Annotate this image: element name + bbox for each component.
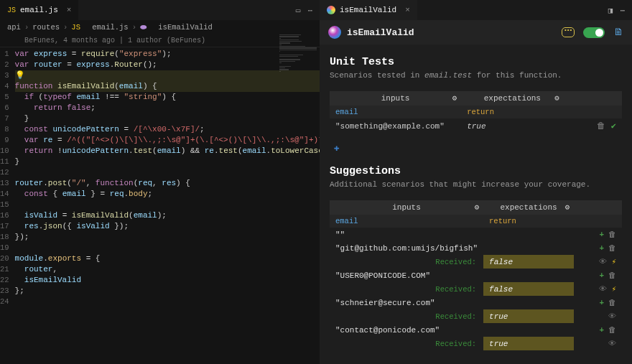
tab-label: email.js [20, 6, 58, 14]
cell-return[interactable] [483, 296, 574, 309]
ponicode-icon [327, 6, 335, 14]
add-icon[interactable]: + [599, 299, 604, 307]
watch-toggle[interactable] [583, 27, 605, 38]
more-icon[interactable]: ⋯ [620, 6, 625, 15]
code-editor[interactable]: 123456789101112131415161718192021222324 … [0, 47, 320, 364]
breadcrumb-item[interactable]: email.js [92, 23, 128, 32]
minimap[interactable] [279, 34, 317, 121]
split-icon[interactable]: ◨ [608, 6, 613, 15]
panel-header: isEmailValid 🗎 [320, 20, 632, 45]
gear-icon[interactable]: ⚙ [564, 202, 570, 212]
cell-return[interactable]: true [461, 118, 563, 134]
received-label: Received: [330, 282, 483, 296]
table-row[interactable]: "git@github.com:umijs/bigfish" + 🗑 [330, 241, 622, 255]
table-row[interactable]: "schneier@secure.com" + 🗑 [330, 296, 622, 309]
delete-icon[interactable]: 🗑 [608, 298, 616, 307]
tab-email-js[interactable]: JS email.js × [0, 0, 78, 20]
table-row[interactable]: "contact@ponicode.com" + 🗑 [330, 323, 622, 337]
delete-icon[interactable]: 🗑 [608, 243, 616, 253]
feedback-icon[interactable] [562, 27, 575, 37]
col-inputs: inputs [392, 203, 421, 212]
col-inputs: inputs [381, 94, 410, 103]
minimap-toggle-icon[interactable]: ▭ [296, 6, 301, 15]
received-label: Received: [330, 309, 483, 323]
cell-input[interactable]: "schneier@secure.com" [330, 296, 483, 309]
subcol-return: return [483, 215, 574, 228]
gear-icon[interactable]: ⚙ [452, 93, 457, 103]
add-icon[interactable]: + [599, 271, 604, 280]
cell-input[interactable]: "git@github.com:umijs/bigfish" [330, 241, 483, 255]
cell-input[interactable]: "USER0@PONICODE.COM" [330, 269, 483, 282]
col-expect: expectations [484, 94, 541, 103]
close-icon[interactable]: × [405, 6, 410, 14]
breadcrumb-item[interactable]: isEmailValid [158, 23, 213, 32]
subcol-email: email [330, 215, 483, 228]
received-value: false [483, 282, 574, 296]
breadcrumb-item[interactable]: routes [32, 23, 60, 32]
js-icon: JS [7, 6, 16, 14]
delete-icon[interactable]: 🗑 [608, 271, 616, 280]
bolt-icon[interactable]: ⚡ [611, 284, 616, 294]
unit-tests-heading: Unit Tests [330, 56, 622, 68]
more-icon[interactable]: ⋯ [307, 6, 312, 15]
add-icon[interactable]: + [599, 244, 604, 253]
check-icon[interactable]: ✔ [611, 121, 616, 131]
cell-return[interactable] [483, 323, 574, 337]
table-row[interactable]: "something@example.com" true 🗑 ✔ [330, 118, 622, 134]
unicorn-icon [328, 26, 341, 39]
col-expect: expectations [500, 203, 557, 212]
cell-return[interactable] [483, 228, 574, 241]
bolt-icon[interactable]: ⚡ [611, 257, 616, 266]
unit-tests-table: inputs⚙ expectations⚙ email return "some… [330, 91, 622, 134]
add-icon[interactable]: + [599, 326, 604, 335]
tab-is-email-valid[interactable]: isEmailValid × [320, 0, 417, 20]
table-row[interactable]: "USER0@PONICODE.COM" + 🗑 [330, 269, 622, 282]
delete-icon[interactable]: 🗑 [608, 325, 616, 335]
cell-input[interactable]: "contact@ponicode.com" [330, 323, 483, 337]
received-label: Received: [330, 255, 483, 269]
git-blame: BeFunes, 4 months ago | 1 author (BeFune… [0, 34, 320, 47]
hide-icon[interactable]: 👁 [599, 257, 607, 266]
breadcrumb-item[interactable]: api [7, 23, 21, 32]
subcol-email: email [330, 106, 461, 118]
received-label: Received: [330, 337, 483, 350]
table-row[interactable]: "" + 🗑 [330, 228, 622, 241]
delete-icon[interactable]: 🗑 [597, 121, 605, 131]
gear-icon[interactable]: ⚙ [474, 202, 479, 212]
panel-tab-label: isEmailValid [340, 6, 396, 14]
add-row-button[interactable]: ✚ [330, 141, 622, 155]
delete-icon[interactable]: 🗑 [608, 230, 616, 239]
suggestions-heading: Suggestions [330, 165, 622, 177]
cell-input[interactable]: "something@example.com" [330, 118, 461, 134]
subcol-return: return [461, 106, 563, 118]
close-icon[interactable]: × [67, 6, 72, 14]
panel-tabbar: isEmailValid × ◨ ⋯ [320, 0, 632, 20]
suggestions-sub: Additional scenarios that might increase… [330, 180, 622, 189]
received-value: false [483, 255, 574, 269]
document-icon[interactable]: 🗎 [613, 27, 623, 38]
hide-icon[interactable]: 👁 [608, 312, 616, 321]
received-value: true [483, 309, 574, 323]
unit-tests-sub: Scenarios tested in email.test for this … [330, 71, 622, 80]
editor-tabbar: JS email.js × ▭ ⋯ [0, 0, 320, 20]
cell-input[interactable]: "" [330, 228, 483, 241]
cell-return[interactable] [483, 241, 574, 255]
panel-title-text: isEmailValid [347, 27, 414, 38]
breadcrumb: api› routes› JS email.js› ⬬ isEmailValid [0, 20, 320, 34]
add-icon[interactable]: + [599, 230, 604, 239]
cell-return[interactable] [483, 269, 574, 282]
hide-icon[interactable]: 👁 [599, 284, 607, 294]
gear-icon[interactable]: ⚙ [554, 93, 559, 103]
suggestions-table: inputs⚙ expectations⚙ email return "" + … [330, 200, 622, 350]
hide-icon[interactable]: 👁 [608, 339, 616, 348]
received-value: true [483, 337, 574, 350]
